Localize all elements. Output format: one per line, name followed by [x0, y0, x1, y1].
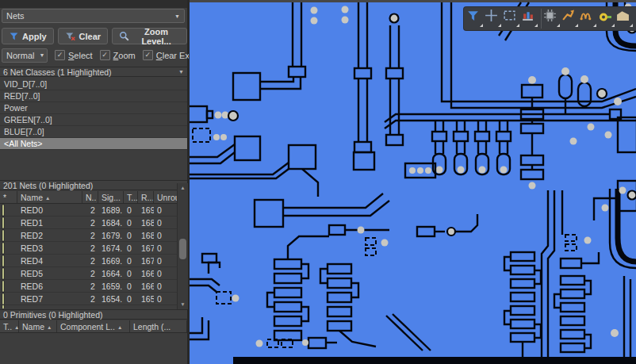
via-icon[interactable]: [598, 9, 616, 29]
component-icon[interactable]: [543, 9, 561, 29]
pcb-toolbar: [464, 7, 636, 30]
column-header-label: T...: [127, 193, 138, 202]
net-swatch-cell: [0, 269, 17, 278]
highlight-mode-value: Normal: [6, 51, 34, 60]
net-color-swatch[interactable]: [2, 243, 4, 254]
board-stats-icon[interactable]: [521, 9, 539, 29]
net-color-swatch[interactable]: [2, 293, 4, 305]
net-class-item[interactable]: <All Nets>: [0, 138, 187, 150]
filter-icon[interactable]: [466, 9, 485, 29]
zoom-level-button[interactable]: Zoom Level...: [112, 28, 187, 44]
panel-title: Nets: [6, 11, 25, 21]
tune-accordion-icon[interactable]: [580, 9, 598, 29]
primitives-column-headers: T..▲Name▲Component L..▲Length (...: [0, 320, 187, 333]
net-classes-header[interactable]: 6 Net Classes (1 Highlighted) ▼: [0, 67, 187, 77]
nets-list-header[interactable]: 201 Nets (0 Highlighted): [0, 180, 187, 190]
scroll-down-button[interactable]: ▼: [178, 301, 188, 308]
filter-apply-icon: [9, 31, 19, 41]
chevron-down-icon: ▼: [34, 52, 44, 58]
column-header[interactable]: Length (...: [130, 320, 187, 332]
checkbox-clear-existing[interactable]: ✓Clear Existing: [143, 50, 189, 60]
net-cell-signal: 1684.: [98, 218, 124, 228]
column-header[interactable]: Name▲: [19, 320, 57, 332]
primitives-list-header[interactable]: 0 Primitives (0 Highlighted): [0, 309, 187, 320]
net-row[interactable]: RED721654.01650: [0, 293, 187, 305]
scroll-up-button[interactable]: ▲: [178, 184, 188, 192]
net-cell-total: 0: [124, 294, 138, 304]
net-cell-signal: 1674.: [98, 243, 124, 253]
apply-button[interactable]: Apply: [2, 28, 54, 44]
column-header[interactable]: N..: [82, 191, 98, 203]
net-class-item[interactable]: RED[7..0]: [0, 90, 187, 102]
column-header[interactable]: *: [0, 191, 17, 203]
net-color-swatch[interactable]: [2, 305, 4, 308]
net-cell-nodes: 2: [82, 269, 98, 278]
crosshair-icon[interactable]: [485, 9, 503, 29]
net-cell-nodes: 2: [82, 218, 98, 228]
toolbar-group: [541, 9, 634, 29]
pcb-canvas[interactable]: [190, 0, 636, 364]
nets-scrollbar[interactable]: ▲ ▼: [177, 183, 188, 309]
net-row[interactable]: [0, 305, 187, 308]
net-cell-routed: 166: [138, 282, 154, 291]
polygon-icon[interactable]: [616, 9, 634, 29]
net-cell-routed: 169: [138, 205, 154, 215]
net-color-swatch[interactable]: [2, 268, 4, 279]
checkbox-check-icon: ✓: [100, 50, 110, 60]
net-cell-name: RED1: [17, 218, 82, 228]
pcb-shapes: [190, 0, 636, 364]
column-header[interactable]: T...: [124, 191, 138, 203]
net-class-item[interactable]: BLUE[7..0]: [0, 126, 187, 138]
chevron-down-icon: ▼: [178, 69, 184, 75]
net-class-list: VID_D[7..0]RED[7..0]PowerGREEN[7..0]BLUE…: [0, 79, 187, 180]
net-row[interactable]: RED621659.01660: [0, 280, 187, 293]
sort-asc-icon: ▲: [45, 195, 50, 201]
checkbox-select[interactable]: ✓Select: [55, 50, 93, 60]
net-cell-total: 0: [124, 269, 138, 278]
net-color-swatch[interactable]: [2, 217, 4, 228]
net-row[interactable]: RED521664.01660: [0, 267, 187, 280]
checkbox-label: Clear Existing: [156, 51, 189, 60]
net-cell-routed: 168: [138, 231, 154, 240]
net-cell-routed: 167: [138, 243, 154, 253]
net-swatch-cell: [0, 231, 17, 240]
checkbox-zoom[interactable]: ✓Zoom: [100, 50, 136, 60]
checkbox-label: Select: [68, 51, 93, 60]
route-icon[interactable]: [561, 9, 580, 29]
column-header-label: R...: [141, 193, 154, 202]
net-cell-signal: 1654.: [98, 294, 124, 304]
nets-panel: Nets ▼ Apply Clear Zoom Level... Normal …: [0, 0, 190, 364]
dropdown-corner-icon: [557, 24, 560, 27]
checkbox-check-icon: ✓: [55, 50, 65, 60]
net-row[interactable]: RED121684.01680: [0, 216, 187, 229]
net-row[interactable]: RED421669.01670: [0, 255, 187, 267]
net-cell-total: 0: [124, 205, 138, 215]
select-area-icon[interactable]: [503, 9, 521, 29]
net-color-swatch[interactable]: [2, 281, 4, 292]
column-header-label: T..: [3, 322, 12, 331]
clear-button[interactable]: Clear: [58, 28, 109, 44]
net-classes-header-label: 6 Net Classes (1 Highlighted): [3, 67, 112, 77]
net-class-item[interactable]: VID_D[7..0]: [0, 79, 187, 90]
column-header[interactable]: R...: [138, 191, 154, 203]
panel-title-dropdown[interactable]: Nets ▼: [2, 9, 185, 23]
column-header[interactable]: T..▲: [0, 320, 19, 332]
net-cell-routed: 166: [138, 269, 154, 278]
net-cell-nodes: 2: [82, 205, 98, 215]
column-header[interactable]: Component L..▲: [57, 320, 130, 332]
dropdown-corner-icon: [593, 24, 596, 27]
net-row[interactable]: RED021689.01690: [0, 204, 187, 216]
net-class-item[interactable]: GREEN[7..0]: [0, 114, 187, 126]
net-cell-total: 0: [124, 243, 138, 253]
highlight-mode-dropdown[interactable]: Normal ▼: [2, 48, 48, 63]
net-row[interactable]: RED221679.01680: [0, 229, 187, 242]
net-color-swatch[interactable]: [2, 230, 4, 241]
net-class-item[interactable]: Power: [0, 102, 187, 114]
net-row[interactable]: RED321674.01670: [0, 242, 187, 255]
column-header[interactable]: Name▲: [17, 191, 82, 203]
net-color-swatch[interactable]: [2, 255, 4, 266]
net-cell-total: 0: [124, 256, 138, 266]
net-color-swatch[interactable]: [2, 205, 4, 216]
column-header[interactable]: Sig...: [98, 191, 124, 203]
scrollbar-thumb[interactable]: [179, 239, 186, 259]
